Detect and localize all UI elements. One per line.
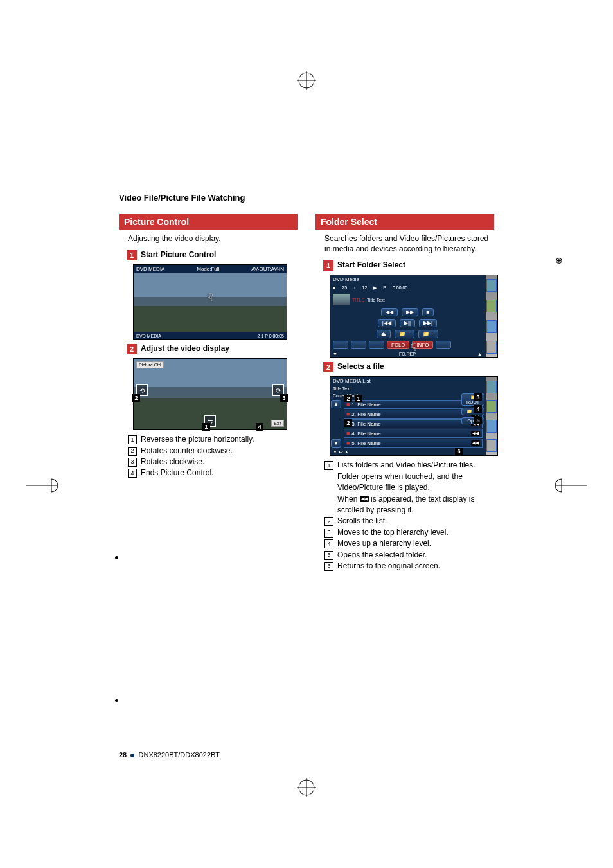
playpause-button[interactable]: ▶|| — [400, 319, 415, 327]
val-a: 25 — [342, 285, 347, 291]
step-number-2l: 2 — [127, 344, 137, 354]
model-name: DNX8220BT/DDX8022BT — [139, 751, 220, 759]
ss1-title-left: DVD MEDIA — [136, 266, 164, 272]
list-item[interactable]: ■5. File Name◀◀ — [344, 439, 483, 448]
step-label-1r: Start Folder Select — [337, 260, 405, 269]
screenshot-picture-control-adjust: Picture Ctrl ⟲ ⟳ ⇋ 2 3 1 4 Exit — [133, 358, 287, 430]
legend-num: 2 — [324, 517, 333, 526]
side-tabs[interactable] — [486, 275, 497, 357]
screenshot-folder-list: DVD MEDIA List Title Text Current Folder… — [330, 376, 484, 456]
prev-button[interactable]: |◀◀ — [378, 319, 396, 327]
ss1-bottom-vals: 2 1 P 0:00:05 — [257, 334, 284, 338]
legend-num: 3 — [128, 458, 137, 467]
registration-mark-right-2 — [555, 469, 587, 502]
scroll-indicator-icon: ◀◀ — [360, 496, 369, 502]
list-item[interactable]: ■4. File Name◀◀ — [344, 429, 483, 438]
fastfwd-button[interactable]: ▶▶ — [402, 308, 418, 316]
bullet-marker — [115, 556, 118, 559]
blank-btn[interactable] — [351, 341, 366, 349]
player-title: DVD Media — [330, 275, 484, 284]
legend-num: 1 — [324, 461, 333, 470]
val-b: 12 — [362, 285, 368, 291]
folder-next-button[interactable]: 📁 + — [418, 330, 438, 338]
legend-num: 3 — [324, 529, 333, 538]
crop-mark-top — [297, 71, 316, 90]
folder-prev-button[interactable]: 📁 − — [395, 330, 414, 338]
eject-button[interactable]: ⏏ — [377, 330, 391, 338]
blank-btn[interactable] — [333, 341, 348, 349]
ss1-bottom-left: DVD MEDIA — [136, 334, 161, 338]
step-label-2r: Selects a file — [337, 362, 384, 371]
hand-cursor-icon: ☟ — [411, 341, 417, 354]
list-sub1: Title Text — [330, 385, 484, 392]
legend-text: Moves up a hierarchy level. — [337, 538, 494, 549]
intro-right: Searches folders and Video files/Picture… — [324, 233, 494, 254]
stop-button[interactable]: ■ — [422, 308, 434, 316]
blank-btn[interactable] — [436, 341, 451, 349]
legend-text: Rotates counter clockwise. — [141, 446, 298, 457]
registration-mark-left — [26, 469, 58, 502]
legend-num: 4 — [324, 539, 333, 548]
legend-text: Rotates clockwise. — [141, 457, 298, 467]
step-label-2l: Adjust the video display — [141, 344, 229, 353]
blank-btn[interactable] — [369, 341, 384, 349]
page-footer: 28 DNX8220BT/DDX8022BT — [119, 751, 220, 759]
legend-text: Ends Picture Control. — [141, 467, 298, 478]
legend-text: Scrolls the list. — [337, 516, 494, 527]
thumbnail-icon — [333, 294, 350, 305]
next-button[interactable]: ▶▶| — [419, 319, 437, 327]
legend-text: Lists folders and Video files/Picture fi… — [337, 460, 494, 516]
scroll-up-button[interactable]: ▲ — [331, 400, 341, 408]
breadcrumb: Video File/Picture File Watching — [119, 193, 494, 203]
section-header-right: Folder Select — [315, 214, 494, 230]
val-d: 0:00:05 — [393, 285, 407, 291]
legend-num: 2 — [128, 447, 137, 456]
fold-button[interactable]: FOLD — [387, 341, 409, 349]
picture-ctrl-label: Picture Ctrl — [136, 361, 164, 368]
legend-num: 4 — [128, 469, 137, 478]
legend-text: Returns to the original screen. — [337, 561, 494, 572]
screenshot-folder-select-start: DVD Media ■ 25 ♪ 12 ▶ P 0:00:05 TITLE Ti… — [330, 275, 484, 358]
list-title: DVD MEDIA List — [330, 377, 484, 385]
left-column: Picture Control Adjusting the video disp… — [119, 214, 298, 575]
legend-left: 1Reverses the picture horizontally. 2Rot… — [128, 434, 298, 479]
ss1-title-right: AV-OUT:AV-IN — [251, 266, 284, 272]
scroll-down-button[interactable]: ▼ — [331, 439, 341, 448]
section-header-left: Picture Control — [119, 214, 298, 230]
intro-left: Adjusting the video display. — [128, 233, 298, 244]
title-text: Title Text — [367, 298, 385, 302]
legend-num: 1 — [128, 435, 137, 444]
step-label-1l: Start Picture Control — [141, 250, 216, 259]
legend-num: 6 — [324, 562, 333, 571]
legend-right: 1 Lists folders and Video files/Picture … — [324, 460, 494, 572]
return-button[interactable]: ⮐ — [339, 449, 343, 454]
page-number: 28 — [119, 751, 127, 759]
legend-text: Opens the selected folder. — [337, 550, 494, 561]
side-tabs[interactable] — [486, 377, 497, 455]
hand-cursor-icon: ☟ — [207, 291, 213, 303]
legend-text: Reverses the picture horizontally. — [141, 434, 298, 445]
step-number-1l: 1 — [127, 250, 137, 260]
registration-mark-right-1: ⊕ — [555, 244, 587, 276]
ss1-title-mid: Mode:Full — [197, 266, 219, 272]
val-c: P — [383, 285, 386, 291]
step-number-2r: 2 — [323, 362, 333, 372]
screenshot-picture-control-start: DVD MEDIA Mode:Full AV-OUT:AV-IN ☟ DVD M… — [133, 264, 287, 340]
rewind-button[interactable]: ◀◀ — [381, 308, 398, 316]
crop-mark-bottom — [297, 778, 316, 797]
svg-text:⊕: ⊕ — [555, 255, 563, 266]
right-column: Folder Select Searches folders and Video… — [315, 214, 494, 575]
legend-text: Moves to the top hierarchy level. — [337, 527, 494, 538]
step-number-1r: 1 — [323, 260, 333, 271]
exit-button[interactable]: Exit — [271, 420, 284, 427]
legend-num: 5 — [324, 551, 333, 560]
bullet-marker — [115, 699, 118, 702]
